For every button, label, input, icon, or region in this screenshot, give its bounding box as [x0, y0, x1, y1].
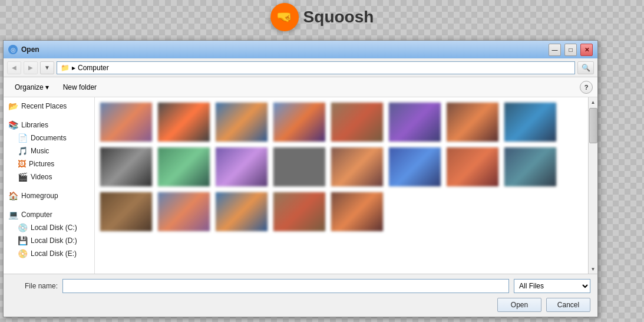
back-button[interactable]: ◀	[7, 61, 21, 74]
thumbnail-21[interactable]	[331, 192, 384, 232]
thumbnail-2[interactable]	[157, 102, 210, 142]
dialog-app-icon: ◎	[8, 45, 18, 54]
new-folder-button[interactable]: New folder	[57, 80, 103, 94]
open-dialog: ◎ Open — □ ✕ ◀ ▶ ▼ 📁 ▸ Computer 🔍 Organi…	[3, 40, 598, 317]
file-name-row: File name: All Files Image Files JPEG PN…	[11, 279, 590, 293]
thumbnail-12[interactable]	[273, 147, 326, 187]
sidebar-item-recent-places[interactable]: 📂 Recent Places	[4, 100, 94, 113]
libraries-icon: 📚	[8, 120, 18, 130]
computer-label: Computer	[21, 211, 52, 219]
close-button[interactable]: ✕	[580, 44, 593, 56]
thumbnail-18[interactable]	[157, 192, 210, 232]
thumbnail-3[interactable]	[215, 102, 268, 142]
thumbnail-11[interactable]	[215, 147, 268, 187]
file-name-input[interactable]	[62, 279, 509, 293]
sidebar-item-libraries[interactable]: 📚 Libraries	[4, 119, 94, 132]
scroll-thumb[interactable]	[589, 108, 597, 143]
thumbnail-8[interactable]	[504, 102, 557, 142]
file-type-select[interactable]: All Files Image Files JPEG PNG WebP	[514, 279, 590, 293]
thumbnail-9[interactable]	[100, 147, 153, 187]
local-disk-d-icon: 💾	[18, 236, 28, 245]
videos-icon: 🎬	[18, 172, 28, 182]
vertical-scrollbar: ▲ ▼	[588, 97, 597, 274]
folder-icon: 📁	[61, 64, 70, 72]
computer-icon: 💻	[8, 210, 18, 219]
sidebar-item-local-disk-d[interactable]: 💾 Local Disk (D:)	[4, 234, 94, 247]
dropdown-button[interactable]: ▼	[40, 61, 54, 74]
address-path[interactable]: 📁 ▸ Computer	[57, 61, 575, 74]
address-bar: ◀ ▶ ▼ 📁 ▸ Computer 🔍	[4, 58, 597, 77]
sidebar-item-videos[interactable]: 🎬 Videos	[4, 170, 94, 183]
file-area	[95, 97, 588, 274]
organize-label: Organize	[15, 83, 44, 91]
libraries-label: Libraries	[21, 121, 48, 129]
pictures-label: Pictures	[29, 160, 54, 168]
scroll-down-button[interactable]: ▼	[589, 264, 597, 274]
thumbnail-16[interactable]	[504, 147, 557, 187]
pictures-icon: 🖼	[18, 159, 26, 169]
homegroup-label: Homegroup	[21, 192, 58, 200]
file-name-label: File name:	[11, 282, 58, 290]
local-disk-d-label: Local Disk (D:)	[31, 236, 77, 245]
thumbnail-1[interactable]	[100, 102, 153, 142]
thumbnail-4[interactable]	[273, 102, 326, 142]
toolbar: Organize ▾ New folder ?	[4, 77, 597, 97]
organize-button[interactable]: Organize ▾	[8, 80, 55, 94]
homegroup-icon: 🏠	[8, 191, 18, 201]
forward-button[interactable]: ▶	[24, 61, 38, 74]
search-button[interactable]: 🔍	[577, 61, 594, 74]
help-button[interactable]: ?	[580, 81, 593, 94]
sidebar-item-music[interactable]: 🎵 Music	[4, 144, 94, 157]
documents-icon: 📄	[18, 133, 28, 143]
local-disk-c-label: Local Disk (C:)	[31, 224, 77, 232]
squoosh-logo-emoji: 🤜	[276, 9, 292, 25]
dialog-title: Open	[21, 45, 545, 54]
thumbnail-7[interactable]	[446, 102, 499, 142]
sidebar-item-local-disk-c[interactable]: 💿 Local Disk (C:)	[4, 221, 94, 234]
current-path: Computer	[78, 64, 109, 72]
recent-places-label: Recent Places	[21, 102, 67, 110]
maximize-button[interactable]: □	[564, 44, 577, 56]
thumbnail-14[interactable]	[388, 147, 441, 187]
thumbnail-17[interactable]	[100, 192, 153, 232]
thumbnail-5[interactable]	[331, 102, 384, 142]
videos-label: Videos	[31, 173, 52, 181]
music-label: Music	[31, 147, 49, 155]
file-grid[interactable]	[95, 97, 588, 274]
thumbnail-6[interactable]	[388, 102, 441, 142]
thumbnail-13[interactable]	[331, 147, 384, 187]
music-icon: 🎵	[18, 146, 28, 156]
sidebar: 📂 Recent Places 📚 Libraries 📄 Documents …	[4, 97, 95, 274]
squoosh-logo-icon: 🤜	[270, 3, 299, 31]
squoosh-header: 🤜 Squoosh	[270, 3, 374, 31]
path-separator: ▸	[72, 64, 75, 72]
thumbnail-15[interactable]	[446, 147, 499, 187]
organize-dropdown-icon: ▾	[45, 83, 49, 91]
cancel-button[interactable]: Cancel	[546, 298, 590, 312]
squoosh-title: Squoosh	[303, 8, 374, 27]
sidebar-item-local-disk-e[interactable]: 📀 Local Disk (E:)	[4, 247, 94, 260]
local-disk-c-icon: 💿	[18, 223, 28, 232]
sidebar-item-pictures[interactable]: 🖼 Pictures	[4, 157, 94, 170]
thumbnail-20[interactable]	[273, 192, 326, 232]
main-content: 📂 Recent Places 📚 Libraries 📄 Documents …	[4, 97, 597, 274]
thumbnail-19[interactable]	[215, 192, 268, 232]
sidebar-item-documents[interactable]: 📄 Documents	[4, 132, 94, 144]
sidebar-item-homegroup[interactable]: 🏠 Homegroup	[4, 189, 94, 202]
open-button[interactable]: Open	[497, 298, 541, 312]
local-disk-e-icon: 📀	[18, 249, 28, 258]
sidebar-item-computer[interactable]: 💻 Computer	[4, 208, 94, 221]
scroll-up-button[interactable]: ▲	[589, 97, 597, 107]
new-folder-label: New folder	[63, 83, 97, 91]
dialog-titlebar: ◎ Open — □ ✕	[4, 41, 597, 58]
documents-label: Documents	[31, 134, 67, 142]
recent-places-icon: 📂	[8, 101, 18, 111]
bottom-bar: File name: All Files Image Files JPEG PN…	[4, 274, 597, 317]
search-icon: 🔍	[582, 64, 590, 72]
action-row: Open Cancel	[11, 298, 590, 312]
local-disk-e-label: Local Disk (E:)	[31, 249, 77, 258]
thumbnail-10[interactable]	[157, 147, 210, 187]
minimize-button[interactable]: —	[549, 44, 561, 56]
